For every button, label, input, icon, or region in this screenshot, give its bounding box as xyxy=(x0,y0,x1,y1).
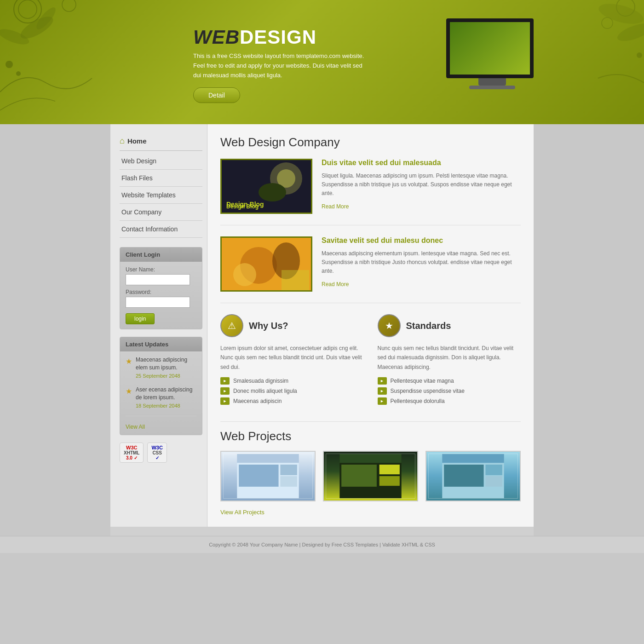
svg-point-6 xyxy=(6,61,13,68)
svg-rect-22 xyxy=(282,270,309,292)
why-us-icon: ⚠ xyxy=(220,314,243,337)
feature-icon-2: ► xyxy=(220,387,230,395)
blog-title-2: Savitae velit sed dui malesu donec xyxy=(322,236,521,245)
blog-excerpt-2: Maecenas adipiscing elementum ipsum. len… xyxy=(322,249,521,276)
blog-image-2 xyxy=(220,236,312,292)
svg-point-11 xyxy=(602,17,613,29)
blog-entry-1: Design Blog Duis vitae velit sed dui mal… xyxy=(220,159,521,225)
footer: Copyright © 2048 Your Company Name | Des… xyxy=(0,536,644,553)
svg-rect-35 xyxy=(444,465,483,487)
projects-grid xyxy=(220,451,521,501)
password-input[interactable] xyxy=(126,297,190,308)
view-all-projects-link[interactable]: View All Projects xyxy=(220,509,264,516)
blog-text-1: Duis vitae velit sed dui malesuada Sliqu… xyxy=(322,159,521,214)
login-button[interactable]: login xyxy=(126,313,155,324)
blog-title-1: Duis vitae velit sed dui malesuada xyxy=(322,159,521,167)
read-more-link-1[interactable]: Read More xyxy=(322,203,349,210)
blog-image-svg-1: Design Blog xyxy=(222,160,312,214)
header-description: This is a free CSS website layout from t… xyxy=(193,52,368,80)
w3c-xhtml-badge[interactable]: W3C XHTML 3.0 ✓ xyxy=(120,443,144,463)
standards-title: Standards xyxy=(406,321,451,331)
nav-divider xyxy=(120,150,202,151)
update-text-1: Maecenas adipiscing elem sum ipsum. xyxy=(136,356,187,371)
navigation: ⌂ Home Web Design Flash Files Website Te… xyxy=(120,133,202,238)
svg-point-0 xyxy=(14,0,41,23)
standards-heading: ★ Standards xyxy=(378,314,521,337)
sidebar-item-our-company[interactable]: Our Company xyxy=(120,204,202,221)
project-thumb-1[interactable] xyxy=(220,451,316,501)
sidebar-item-website-templates[interactable]: Website Templates xyxy=(120,187,202,204)
update-item-1: ★ Maecenas adipiscing elem sum ipsum. 25… xyxy=(126,356,196,380)
update-date-1: 25 September 2048 xyxy=(136,373,196,380)
site-title: WEBDESIGN xyxy=(193,28,524,47)
svg-rect-29 xyxy=(339,454,401,463)
svg-rect-30 xyxy=(341,465,377,487)
w3c-badges: W3C XHTML 3.0 ✓ W3C CSS ✓ xyxy=(120,443,202,463)
blog-entry-2: Savitae velit sed dui malesu donec Maece… xyxy=(220,236,521,303)
update-item-2: ★ Aser ecenas adipiscing de lorem ipsum.… xyxy=(126,386,196,409)
why-us-title: Why Us? xyxy=(249,321,288,331)
sidebar-item-web-design[interactable]: Web Design xyxy=(120,153,202,170)
why-us-section: ⚠ Why Us? Lorem ipsum dolor sit amet, co… xyxy=(220,314,364,408)
header-content: WEBDESIGN This is a free CSS website lay… xyxy=(110,0,534,112)
latest-updates-title: Latest Updates xyxy=(120,337,202,351)
svg-point-16 xyxy=(259,183,286,201)
svg-point-12 xyxy=(637,52,642,58)
svg-rect-34 xyxy=(442,454,504,463)
blog-excerpt-1: Sliquet ligula. Maecenas adipiscing um i… xyxy=(322,172,521,198)
standards-text: Nunc quis sem nec tellus blandit tincidu… xyxy=(378,344,521,372)
client-login-title: Client Login xyxy=(120,247,202,262)
svg-point-5 xyxy=(62,0,76,12)
svg-point-1 xyxy=(18,0,37,18)
update-date-2: 18 September 2048 xyxy=(136,402,196,409)
standards-feature-1: ► Pellentesque vitae magna xyxy=(378,377,521,385)
project-thumb-2[interactable] xyxy=(323,451,418,501)
why-us-feature-list: ► Smalesuada dignissim ► Donec mollis al… xyxy=(220,377,364,405)
latest-updates-content: ★ Maecenas adipiscing elem sum ipsum. 25… xyxy=(120,351,202,435)
footer-text: Copyright © 2048 Your Company Name | Des… xyxy=(209,542,435,547)
svg-rect-23 xyxy=(237,454,299,463)
username-input[interactable] xyxy=(126,274,190,285)
password-label: Password: xyxy=(126,289,196,295)
why-us-feature-3: ► Maecenas adipiscin xyxy=(220,397,364,405)
svg-point-7 xyxy=(16,71,21,76)
title-web: WEB xyxy=(193,26,240,48)
read-more-link-2[interactable]: Read More xyxy=(322,281,349,288)
two-column-section: ⚠ Why Us? Lorem ipsum dolor sit amet, co… xyxy=(220,314,521,408)
std-feature-icon-3: ► xyxy=(378,397,387,405)
client-login-box: Client Login User Name: Password: login xyxy=(120,247,202,329)
header: WEBDESIGN This is a free CSS website lay… xyxy=(0,0,644,124)
sidebar-item-contact-information[interactable]: Contact Information xyxy=(120,221,202,238)
std-feature-icon-2: ► xyxy=(378,387,387,395)
svg-rect-25 xyxy=(239,465,278,487)
nav-item-home[interactable]: ⌂ Home xyxy=(120,133,202,149)
project-thumb-3[interactable] xyxy=(426,451,521,501)
sidebar-item-flash-files[interactable]: Flash Files xyxy=(120,170,202,187)
svg-point-20 xyxy=(233,263,256,286)
latest-updates-box: Latest Updates ★ Maecenas adipiscing ele… xyxy=(120,337,202,435)
why-us-text: Lorem ipsum dolor sit amet, consectetuer… xyxy=(220,344,364,372)
svg-rect-36 xyxy=(485,465,502,475)
standards-feature-3: ► Pellentesque dolorulla xyxy=(378,397,521,405)
update-text-2: Aser ecenas adipiscing de lorem ipsum. xyxy=(136,386,192,401)
std-feature-icon-1: ► xyxy=(378,377,387,385)
svg-rect-26 xyxy=(280,465,297,475)
username-label: User Name: xyxy=(126,266,196,273)
why-us-feature-1: ► Smalesuada dignissim xyxy=(220,377,364,385)
feature-icon-1: ► xyxy=(220,377,230,385)
sidebar: ⌂ Home Web Design Flash Files Website Te… xyxy=(110,124,207,527)
title-design: DESIGN xyxy=(240,26,316,48)
feature-icon-3: ► xyxy=(220,397,230,405)
standards-feature-list: ► Pellentesque vitae magna ► Suspendisse… xyxy=(378,377,521,405)
blog-image-svg-2 xyxy=(222,238,312,292)
view-all-updates-link[interactable]: View All xyxy=(126,424,145,430)
detail-button[interactable]: Detail xyxy=(193,87,240,103)
updates-divider xyxy=(126,416,196,416)
client-login-content: User Name: Password: login xyxy=(120,262,202,329)
page-title: Web Design Company xyxy=(220,135,521,150)
svg-rect-27 xyxy=(280,476,297,487)
update-star-2: ★ xyxy=(126,387,132,396)
svg-rect-37 xyxy=(485,476,502,487)
blog-image-1: Design Blog xyxy=(220,159,312,214)
w3c-css-badge[interactable]: W3C CSS ✓ xyxy=(147,443,167,463)
